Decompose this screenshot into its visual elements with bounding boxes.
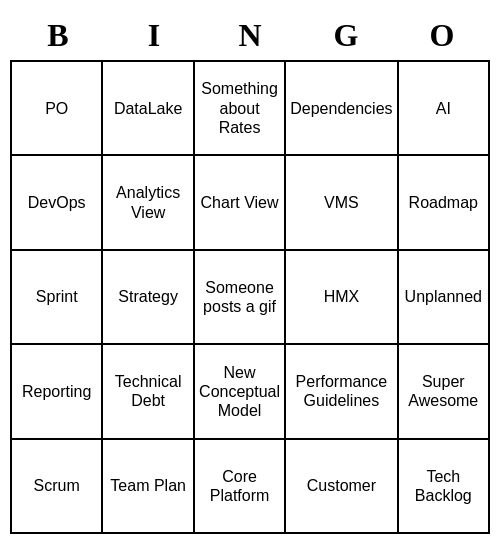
bingo-cell-text-16: Technical Debt bbox=[107, 372, 188, 410]
bingo-cell-text-4: AI bbox=[436, 99, 451, 118]
bingo-cell-text-1: DataLake bbox=[114, 99, 183, 118]
bingo-cell-3[interactable]: Dependencies bbox=[286, 62, 398, 156]
bingo-cell-21[interactable]: Team Plan bbox=[103, 440, 194, 534]
bingo-cell-text-10: Sprint bbox=[36, 287, 78, 306]
bingo-cell-text-15: Reporting bbox=[22, 382, 91, 401]
bingo-cell-10[interactable]: Sprint bbox=[12, 251, 103, 345]
bingo-cell-text-13: HMX bbox=[324, 287, 360, 306]
bingo-cell-9[interactable]: Roadmap bbox=[399, 156, 490, 250]
bingo-card: B I N G O PODataLakeSomething about Rate… bbox=[10, 10, 490, 534]
bingo-cell-5[interactable]: DevOps bbox=[12, 156, 103, 250]
bingo-cell-text-22: Core Platform bbox=[199, 467, 280, 505]
bingo-cell-7[interactable]: Chart View bbox=[195, 156, 286, 250]
bingo-cell-24[interactable]: Tech Backlog bbox=[399, 440, 490, 534]
bingo-cell-text-12: Someone posts a gif bbox=[199, 278, 280, 316]
bingo-cell-text-18: Performance Guidelines bbox=[290, 372, 392, 410]
bingo-cell-20[interactable]: Scrum bbox=[12, 440, 103, 534]
bingo-cell-2[interactable]: Something about Rates bbox=[195, 62, 286, 156]
header-i: I bbox=[106, 10, 202, 60]
header-o: O bbox=[394, 10, 490, 60]
bingo-cell-text-7: Chart View bbox=[201, 193, 279, 212]
bingo-cell-14[interactable]: Unplanned bbox=[399, 251, 490, 345]
bingo-cell-text-3: Dependencies bbox=[290, 99, 392, 118]
bingo-cell-text-8: VMS bbox=[324, 193, 359, 212]
bingo-cell-text-20: Scrum bbox=[34, 476, 80, 495]
bingo-cell-19[interactable]: Super Awesome bbox=[399, 345, 490, 439]
header-n: N bbox=[202, 10, 298, 60]
bingo-cell-text-14: Unplanned bbox=[405, 287, 482, 306]
bingo-cell-17[interactable]: New Conceptual Model bbox=[195, 345, 286, 439]
bingo-header: B I N G O bbox=[10, 10, 490, 60]
bingo-cell-text-2: Something about Rates bbox=[199, 79, 280, 137]
bingo-cell-text-6: Analytics View bbox=[107, 183, 188, 221]
bingo-cell-text-19: Super Awesome bbox=[403, 372, 484, 410]
bingo-cell-23[interactable]: Customer bbox=[286, 440, 398, 534]
bingo-cell-text-23: Customer bbox=[307, 476, 376, 495]
bingo-cell-text-21: Team Plan bbox=[110, 476, 186, 495]
bingo-cell-text-5: DevOps bbox=[28, 193, 86, 212]
header-g: G bbox=[298, 10, 394, 60]
bingo-cell-13[interactable]: HMX bbox=[286, 251, 398, 345]
bingo-cell-text-11: Strategy bbox=[118, 287, 178, 306]
bingo-cell-11[interactable]: Strategy bbox=[103, 251, 194, 345]
bingo-cell-1[interactable]: DataLake bbox=[103, 62, 194, 156]
bingo-cell-22[interactable]: Core Platform bbox=[195, 440, 286, 534]
header-b: B bbox=[10, 10, 106, 60]
bingo-cell-4[interactable]: AI bbox=[399, 62, 490, 156]
bingo-cell-0[interactable]: PO bbox=[12, 62, 103, 156]
bingo-cell-text-24: Tech Backlog bbox=[403, 467, 484, 505]
bingo-cell-15[interactable]: Reporting bbox=[12, 345, 103, 439]
bingo-cell-18[interactable]: Performance Guidelines bbox=[286, 345, 398, 439]
bingo-cell-12[interactable]: Someone posts a gif bbox=[195, 251, 286, 345]
bingo-cell-6[interactable]: Analytics View bbox=[103, 156, 194, 250]
bingo-cell-8[interactable]: VMS bbox=[286, 156, 398, 250]
bingo-cell-16[interactable]: Technical Debt bbox=[103, 345, 194, 439]
bingo-cell-text-17: New Conceptual Model bbox=[199, 363, 280, 421]
bingo-grid: PODataLakeSomething about RatesDependenc… bbox=[10, 60, 490, 534]
bingo-cell-text-0: PO bbox=[45, 99, 68, 118]
bingo-cell-text-9: Roadmap bbox=[409, 193, 478, 212]
